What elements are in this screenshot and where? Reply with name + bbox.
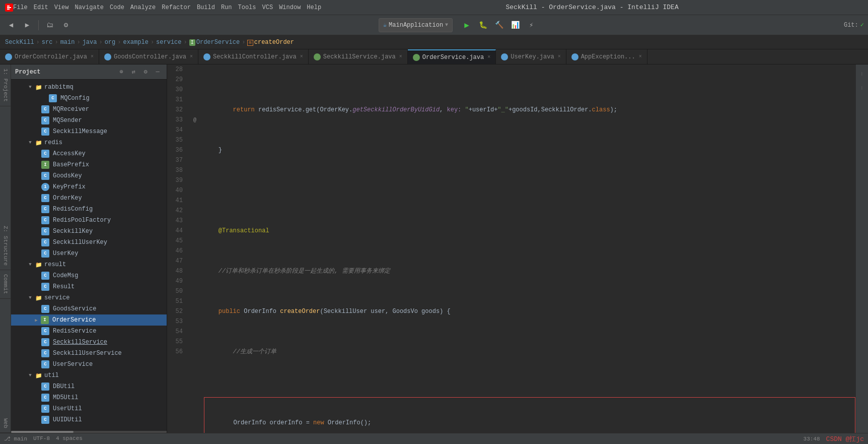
svg-rect-2: [7, 7, 11, 8]
tree-item-keyprefix[interactable]: 1 KeyPrefix: [11, 181, 167, 193]
sep1: ›: [36, 39, 40, 46]
tree-item-userservice[interactable]: C UserService: [11, 359, 167, 370]
menu-code[interactable]: Code: [110, 4, 124, 11]
build-button[interactable]: 🔨: [492, 18, 506, 32]
tree-item-redis[interactable]: ▼ 📁 redis: [11, 137, 167, 148]
back-button[interactable]: ◀: [4, 18, 18, 32]
breadcrumb-src[interactable]: src: [42, 39, 53, 46]
project-tab[interactable]: 1: Project: [0, 65, 11, 106]
panel-title: Project: [15, 69, 113, 76]
tab-close-appexception[interactable]: ×: [639, 54, 642, 59]
tree-item-mqsender[interactable]: C MQSender: [11, 115, 167, 126]
menu-build[interactable]: Build: [197, 4, 215, 11]
menu-window[interactable]: Window: [279, 4, 301, 11]
commit-tab[interactable]: Commit: [0, 270, 11, 299]
icon-redisconfig: C: [41, 205, 49, 213]
coverage-button[interactable]: 📊: [508, 18, 522, 32]
tab-orderservice[interactable]: OrderService.java ×: [408, 49, 496, 64]
tab-close-ordercontroller[interactable]: ×: [91, 54, 94, 59]
web-tab[interactable]: Web: [0, 414, 11, 433]
code-editor[interactable]: return redisService.get(OrderKey.getSeck…: [200, 65, 855, 433]
csdn-watermark: CSDN @扛jc: [826, 434, 864, 443]
label-util: util: [44, 372, 59, 379]
tab-goodscontroller[interactable]: GoodsController.java ×: [99, 49, 198, 64]
run-config-dropdown[interactable]: ☕ MainApplication ▼: [379, 18, 453, 32]
tab-seckkillservice[interactable]: SeckkillService.java ×: [309, 49, 408, 64]
tree-item-userkey[interactable]: C UserKey: [11, 248, 167, 259]
tree-item-md5util[interactable]: C MD5Util: [11, 392, 167, 403]
tree-item-redisconfig[interactable]: C RedisConfig: [11, 204, 167, 215]
breadcrumb-seckill[interactable]: SeckKill: [5, 39, 34, 46]
tab-close-goodscontroller[interactable]: ×: [190, 54, 193, 59]
menu-run[interactable]: Run: [221, 4, 232, 11]
tab-userkey[interactable]: UserKey.java ×: [496, 49, 566, 64]
tree-item-mqconfig[interactable]: C MQConfig: [11, 93, 167, 104]
tree-item-dbutil[interactable]: C DBUtil: [11, 381, 167, 392]
project-structure-button[interactable]: 🗂: [43, 18, 57, 32]
tree-item-seckkillservice[interactable]: C SeckkillService: [11, 337, 167, 348]
tree-item-codemsg[interactable]: C CodeMsg: [11, 270, 167, 281]
tree-item-seckkilluserservice[interactable]: C SeckkillUserService: [11, 348, 167, 359]
menu-file[interactable]: File: [13, 4, 28, 11]
tree-item-util[interactable]: ▼ 📁 util: [11, 370, 167, 381]
tree-item-redispoolfactory[interactable]: C RedisPoolFactory: [11, 215, 167, 226]
settings-panel-btn[interactable]: ⚙: [140, 67, 151, 77]
tab-ordercontroller[interactable]: OrderController.java ×: [0, 49, 99, 64]
profile-button[interactable]: ⚡: [524, 18, 538, 32]
breadcrumb-java[interactable]: java: [83, 39, 97, 46]
tree-item-seckkilluserkey[interactable]: C SeckkillUserKey: [11, 237, 167, 248]
tab-close-seckkillservice[interactable]: ×: [399, 54, 402, 59]
tree-item-userutil[interactable]: C UserUtil: [11, 403, 167, 414]
tab-close-seckkillcontroller[interactable]: ×: [300, 54, 303, 59]
tree-item-rabbitmq[interactable]: ▼ 📁 rabbitmq: [11, 82, 167, 93]
breadcrumb-example[interactable]: example: [123, 39, 148, 46]
menu-analyze[interactable]: Analyze: [130, 4, 156, 11]
minimize-panel-btn[interactable]: —: [153, 67, 163, 77]
breadcrumb-main[interactable]: main: [60, 39, 75, 46]
tree-item-result-class[interactable]: C Result: [11, 281, 167, 292]
tree-item-service[interactable]: ▼ 📁 service: [11, 292, 167, 303]
breadcrumb-org[interactable]: org: [105, 39, 116, 46]
git-check: ✓: [860, 21, 864, 29]
linenum-52: 52: [171, 306, 186, 316]
menu-edit[interactable]: Edit: [34, 4, 48, 11]
menu-view[interactable]: View: [54, 4, 69, 11]
run-config-label: MainApplication: [389, 22, 443, 29]
tree-item-mqreceiver[interactable]: C MQReceiver: [11, 104, 167, 115]
settings-button[interactable]: ⚙: [59, 18, 73, 32]
linenum-47: 47: [171, 256, 186, 266]
tree-item-goodskey[interactable]: C GoodsKey: [11, 170, 167, 181]
menu-help[interactable]: Help: [307, 4, 321, 11]
tree-item-uuidutil[interactable]: C UUIDUtil: [11, 414, 167, 425]
tree-item-seckkillkey[interactable]: C SeckkillKey: [11, 226, 167, 237]
breadcrumb-service[interactable]: service: [156, 39, 181, 46]
code-content[interactable]: 28 29 30 31 32 33 34 35 36 37 38 39 40 4…: [167, 65, 855, 433]
structure-tab[interactable]: Z: Structure: [0, 222, 11, 270]
tab-close-orderservice[interactable]: ×: [487, 54, 490, 60]
menu-refactor[interactable]: Refactor: [162, 4, 191, 11]
run-button[interactable]: ▶: [460, 18, 474, 32]
add-panel-btn[interactable]: ⊕: [116, 67, 126, 77]
gutter-31: [190, 95, 200, 105]
tree-item-goodsservice[interactable]: C GoodsService: [11, 303, 167, 314]
breadcrumb-orderservice[interactable]: IOrderService: [189, 39, 240, 46]
tab-seckkillcontroller[interactable]: SeckkillController.java ×: [198, 49, 309, 64]
tree-item-baseprefix[interactable]: I BasePrefix: [11, 159, 167, 170]
tree-item-orderkey[interactable]: C OrderKey: [11, 193, 167, 204]
menu-vcs[interactable]: VCS: [262, 4, 273, 11]
sync-panel-btn[interactable]: ⇄: [128, 67, 138, 77]
tree-item-accesskey[interactable]: C AccessKey: [11, 148, 167, 159]
linenum-42: 42: [171, 206, 186, 216]
tab-close-userkey[interactable]: ×: [558, 54, 561, 59]
left-sidebar: 1: Project Z: Structure Commit Web: [0, 65, 11, 433]
tree-item-redisservice[interactable]: C RedisService: [11, 326, 167, 337]
menu-tools[interactable]: Tools: [238, 4, 256, 11]
debug-button[interactable]: 🐛: [476, 18, 490, 32]
breadcrumb-createorder[interactable]: mcreateOrder: [247, 39, 294, 46]
menu-navigate[interactable]: Navigate: [75, 4, 104, 11]
tree-item-orderservice[interactable]: ▶ I OrderService: [11, 314, 167, 326]
tab-appexception[interactable]: AppException... ×: [566, 49, 647, 64]
forward-button[interactable]: ▶: [20, 18, 34, 32]
tree-item-seckillmsg[interactable]: C SeckkillMessage: [11, 126, 167, 137]
tree-item-result[interactable]: ▼ 📁 result: [11, 259, 167, 270]
